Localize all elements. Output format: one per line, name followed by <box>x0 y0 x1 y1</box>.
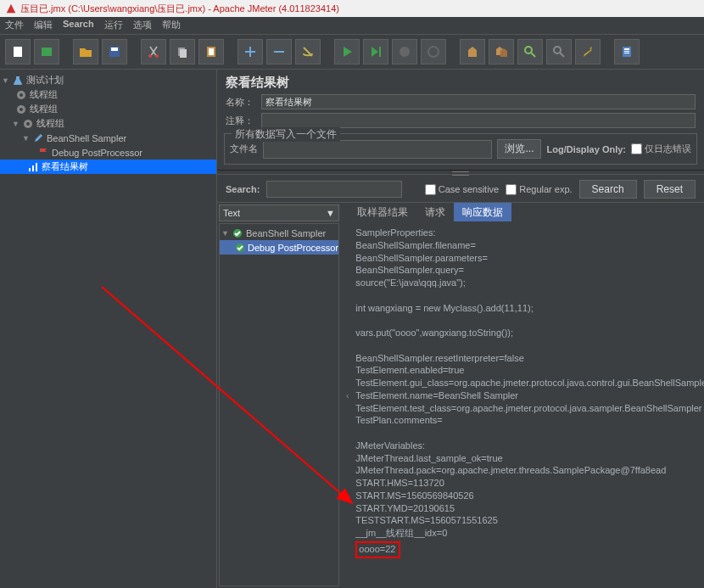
expand-button[interactable] <box>237 39 263 64</box>
browse-button[interactable]: 浏览... <box>497 139 541 159</box>
gear-icon <box>15 89 27 101</box>
regex-checkbox[interactable]: Regular exp. <box>506 184 572 195</box>
render-combo[interactable]: Text ▼ <box>219 204 339 221</box>
result-root[interactable]: ▼ BeanShell Sampler <box>220 226 338 240</box>
splitter-h[interactable] <box>217 170 704 175</box>
search-input[interactable] <box>266 181 402 198</box>
svg-rect-25 <box>29 168 31 171</box>
menu-file[interactable]: 文件 <box>5 19 24 32</box>
clear-all-button[interactable] <box>489 39 514 64</box>
tree-tg2[interactable]: 线程组 <box>0 102 216 116</box>
svg-rect-10 <box>379 47 381 57</box>
menu-bar: 文件 编辑 Search 运行 选项 帮助 <box>0 17 704 34</box>
save-button[interactable] <box>102 39 127 64</box>
svg-point-4 <box>148 54 152 58</box>
toolbar <box>0 34 704 70</box>
tabs: 取样器结果 请求 响应数据 <box>349 203 704 221</box>
svg-point-11 <box>399 47 410 57</box>
content-panel: 察看结果树 名称： 注释： 所有数据写入一个文件 文件名 浏览... Log/D… <box>217 70 704 588</box>
svg-rect-26 <box>32 165 34 171</box>
log-display-label: Log/Display Only: <box>546 144 626 154</box>
search-reset-button[interactable] <box>546 39 572 64</box>
comments-input[interactable] <box>261 113 696 128</box>
reset-button[interactable]: Reset <box>644 180 696 199</box>
templates-button[interactable] <box>34 39 59 64</box>
response-body[interactable]: SamplerProperties: BeanShellSampler.file… <box>349 221 704 588</box>
jmeter-icon <box>5 3 17 14</box>
tab-response[interactable]: 响应数据 <box>454 203 511 221</box>
svg-point-20 <box>20 93 23 97</box>
toggle-icon[interactable]: ▼ <box>12 120 20 128</box>
start-no-pause-button[interactable] <box>363 39 388 64</box>
paste-button[interactable] <box>198 39 224 64</box>
menu-edit[interactable]: 编辑 <box>34 19 53 32</box>
copy-button[interactable] <box>170 39 195 64</box>
tab-request[interactable]: 请求 <box>416 203 454 221</box>
case-checkbox[interactable]: Case sensitive <box>425 184 500 195</box>
cut-button[interactable] <box>141 39 166 64</box>
result-child[interactable]: Debug PostProcessor <box>220 240 338 255</box>
svg-point-22 <box>20 108 23 111</box>
help-button[interactable] <box>614 39 640 64</box>
file-fieldset: 所有数据写入一个文件 文件名 浏览... Log/Display Only: 仅… <box>224 133 697 165</box>
toggle-button[interactable] <box>295 39 321 64</box>
svg-point-13 <box>525 47 532 53</box>
svg-rect-7 <box>180 49 187 58</box>
chart-icon <box>27 161 39 173</box>
panel-title: 察看结果树 <box>217 70 704 92</box>
clear-button[interactable] <box>460 39 485 64</box>
tree-root[interactable]: ▼ 测试计划 <box>0 73 216 87</box>
start-button[interactable] <box>334 39 360 64</box>
svg-point-24 <box>26 122 30 126</box>
highlighted-value: oooo=22 <box>355 541 400 558</box>
svg-rect-9 <box>209 48 214 55</box>
shutdown-button[interactable] <box>421 39 446 64</box>
test-plan-tree[interactable]: ▼ 测试计划 线程组 线程组 ▼ 线程组 ▼ BeanShell Sampler… <box>0 70 217 588</box>
menu-options[interactable]: 选项 <box>133 19 152 32</box>
toggle-icon[interactable]: ▼ <box>221 229 229 238</box>
tree-debug[interactable]: Debug PostProcessor <box>0 145 216 160</box>
tree-tg1[interactable]: 线程组 <box>0 87 216 102</box>
filename-input[interactable] <box>263 140 492 159</box>
collapse-button[interactable] <box>266 39 292 64</box>
toggle-icon[interactable]: ▼ <box>22 134 30 143</box>
success-icon <box>232 227 243 239</box>
svg-point-12 <box>428 47 439 57</box>
svg-point-5 <box>155 54 159 58</box>
search-tb-button[interactable] <box>517 39 543 64</box>
tree-listener[interactable]: 察看结果树 <box>0 160 216 174</box>
svg-rect-17 <box>624 51 629 52</box>
function-button[interactable] <box>575 39 601 64</box>
tree-tg3[interactable]: ▼ 线程组 <box>0 116 216 131</box>
menu-run[interactable]: 运行 <box>104 19 123 32</box>
svg-rect-16 <box>624 48 629 50</box>
open-button[interactable] <box>73 39 98 64</box>
tab-sampler[interactable]: 取样器结果 <box>349 203 416 221</box>
dropper-icon <box>32 132 44 144</box>
success-icon <box>235 242 245 254</box>
flag-icon <box>37 147 49 159</box>
tree-sampler[interactable]: ▼ BeanShell Sampler <box>0 131 216 145</box>
name-input[interactable] <box>261 94 696 109</box>
fieldset-legend: 所有数据写入一个文件 <box>232 127 340 142</box>
svg-rect-1 <box>42 48 52 56</box>
window-title: 压目已.jmx (C:\Users\wangxiang\压目已.jmx) - A… <box>20 3 339 15</box>
svg-rect-0 <box>14 47 22 57</box>
menu-search[interactable]: Search <box>63 19 94 32</box>
svg-rect-27 <box>36 163 37 171</box>
svg-point-14 <box>554 47 561 53</box>
new-button[interactable] <box>5 39 31 64</box>
search-label: Search: <box>226 184 260 194</box>
filename-label: 文件名 <box>230 143 258 155</box>
comments-label: 注释： <box>226 115 256 127</box>
menu-help[interactable]: 帮助 <box>162 19 181 32</box>
toggle-icon[interactable]: ▼ <box>2 76 9 85</box>
beaker-icon <box>12 75 24 87</box>
errors-only-checkbox[interactable]: 仅日志错误 <box>631 143 691 155</box>
chevron-down-icon: ▼ <box>326 208 335 218</box>
search-button[interactable]: Search <box>579 180 637 199</box>
result-tree[interactable]: ▼ BeanShell Sampler Debug PostProcessor <box>219 223 339 586</box>
stop-button[interactable] <box>392 39 417 64</box>
gear-icon <box>15 104 27 115</box>
gear-icon <box>22 118 34 130</box>
